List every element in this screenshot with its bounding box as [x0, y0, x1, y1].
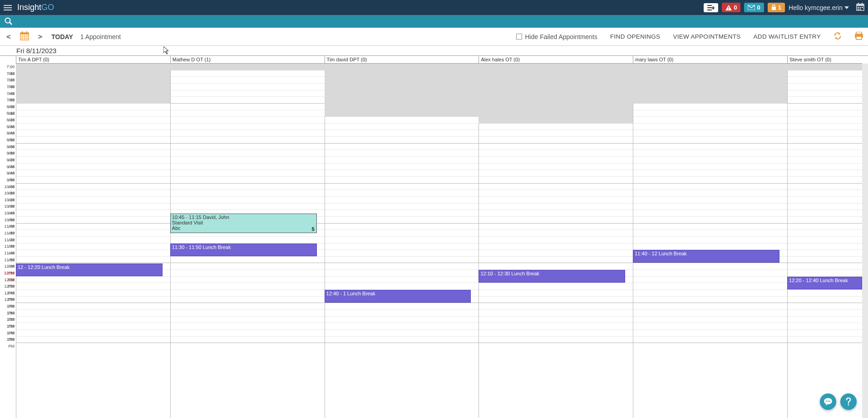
grid-row[interactable] [16, 283, 862, 290]
grid-row[interactable] [16, 117, 862, 124]
time-label: 7:00 AM [0, 64, 16, 70]
lunch-break-block[interactable]: 11:30 - 11:50 Lunch Break [170, 244, 317, 256]
grid-row[interactable] [16, 137, 862, 144]
grid-row[interactable] [16, 303, 862, 310]
time-label: 12:10 PM [0, 270, 16, 277]
alerts-badge[interactable]: 0 [722, 3, 740, 12]
appointment-block[interactable]: 10:45 - 11:15 David, JohnStandard VisitA… [170, 214, 317, 233]
appt-line1: 12:40 - 1 Lunch Break [326, 291, 469, 296]
svg-rect-5 [728, 7, 729, 9]
time-label: 10:30 AM [0, 203, 16, 210]
resource-header[interactable]: Alex hales OT (0) [478, 56, 633, 64]
current-date-label: Fri 8/11/2023 [0, 46, 868, 56]
grid-row[interactable] [16, 177, 862, 184]
search-bar[interactable] [0, 15, 868, 28]
svg-rect-29 [26, 38, 27, 39]
resource-header[interactable]: Mathew D OT (1) [170, 56, 325, 64]
unavailable-block [170, 64, 325, 70]
svg-rect-1 [707, 7, 712, 8]
time-label: 7:40 AM [0, 90, 16, 97]
resource-header[interactable]: Steve smith OT (0) [787, 56, 862, 64]
chat-button[interactable] [820, 393, 836, 410]
time-label: 7:30 AM [0, 84, 16, 90]
refresh-button[interactable] [833, 32, 842, 42]
grid-row[interactable] [16, 277, 862, 284]
grid-row[interactable] [16, 204, 862, 210]
resource-header[interactable]: Tim A DPT (0) [16, 56, 170, 64]
date-picker-icon[interactable] [20, 31, 29, 42]
grid-row[interactable] [16, 144, 862, 150]
tasks-badge[interactable]: 1 [768, 3, 785, 12]
add-waitlist-button[interactable]: ADD WAITLIST ENTRY [754, 33, 821, 40]
svg-rect-28 [24, 38, 25, 39]
unavailable-block [16, 64, 170, 104]
resource-header[interactable]: mary laws OT (0) [633, 56, 787, 64]
view-appointments-button[interactable]: VIEW APPOINTMENTS [673, 33, 740, 40]
grid-row[interactable] [16, 150, 862, 157]
grid-row[interactable] [16, 217, 862, 224]
grid-area[interactable]: 10:45 - 11:15 David, JohnStandard VisitA… [16, 64, 862, 418]
lunch-break-block[interactable]: 12:10 - 12:30 Lunch Break [478, 270, 625, 283]
today-button[interactable]: TODAY [51, 33, 73, 40]
vertical-scrollbar[interactable] [862, 64, 868, 418]
prev-day-button[interactable]: < [5, 32, 13, 41]
svg-rect-15 [862, 7, 863, 8]
grid-row[interactable] [16, 164, 862, 170]
grid-row[interactable] [16, 230, 862, 237]
time-label: 9:40 AM [0, 170, 16, 177]
grid-row[interactable] [16, 170, 862, 177]
svg-rect-2 [707, 10, 712, 10]
calendar-topbar-icon[interactable] [856, 3, 864, 13]
lunch-break-block[interactable]: 12:20 - 12:40 Lunch Break [787, 277, 862, 289]
time-label: 8:10 AM [0, 110, 16, 117]
grid-row[interactable] [16, 190, 862, 197]
grid-row[interactable] [16, 244, 862, 250]
grid-row[interactable] [16, 210, 862, 217]
time-label: 1:00 PM [0, 303, 16, 310]
grid-row[interactable] [16, 184, 862, 190]
help-button[interactable] [840, 393, 857, 410]
resource-header[interactable]: Tim david DPT (0) [325, 56, 479, 64]
chevron-down-icon [844, 6, 849, 9]
next-day-button[interactable]: > [36, 32, 44, 41]
time-label: 8:30 AM [0, 124, 16, 130]
mail-badge[interactable]: 0 [744, 3, 764, 12]
svg-point-34 [826, 401, 827, 402]
grid-row[interactable] [16, 310, 862, 317]
time-label: 8:00 AM [0, 104, 16, 110]
time-label: 8:20 AM [0, 117, 16, 124]
envelope-icon [748, 5, 755, 10]
print-button[interactable] [854, 32, 863, 42]
find-openings-button[interactable]: FIND OPENINGS [610, 33, 660, 40]
hide-failed-checkbox[interactable]: Hide Failed Appointments [516, 33, 597, 40]
alerts-count: 0 [734, 4, 737, 11]
grid-row[interactable] [16, 330, 862, 337]
time-label: 9:20 AM [0, 157, 16, 164]
time-label: 10:00 AM [0, 184, 16, 190]
svg-rect-10 [857, 4, 864, 6]
svg-rect-25 [24, 35, 25, 37]
grid-row[interactable] [16, 124, 862, 130]
app-logo[interactable]: InsightGO [17, 3, 54, 12]
grid-row[interactable] [16, 337, 862, 343]
grid-row[interactable] [16, 197, 862, 204]
resource-column-divider [16, 64, 16, 418]
time-gutter: 7:00 AM7:10 AM7:20 AM7:30 AM7:40 AM7:50 … [0, 64, 16, 343]
grid-row[interactable] [16, 130, 862, 137]
lunch-break-block[interactable]: 11:40 - 12 Lunch Break [633, 250, 779, 263]
grid-row[interactable] [16, 157, 862, 164]
hamburger-menu-icon[interactable] [4, 4, 13, 12]
user-greeting-text: Hello kymcgee.erin [789, 4, 843, 11]
grid-row[interactable] [16, 224, 862, 230]
user-menu[interactable]: Hello kymcgee.erin [789, 4, 849, 11]
grid-row[interactable] [16, 237, 862, 244]
grid-row[interactable] [16, 323, 862, 330]
appt-line3: Abc [172, 225, 315, 231]
lunch-break-block[interactable]: 12 - 12:20 Lunch Break [16, 264, 163, 276]
time-label: 12:30 PM [0, 283, 16, 290]
time-label: 12:40 PM [0, 290, 16, 297]
resource-column-divider [787, 64, 788, 418]
new-item-button[interactable] [704, 3, 718, 12]
grid-row[interactable] [16, 317, 862, 323]
lunch-break-block[interactable]: 12:40 - 1 Lunch Break [325, 290, 471, 303]
